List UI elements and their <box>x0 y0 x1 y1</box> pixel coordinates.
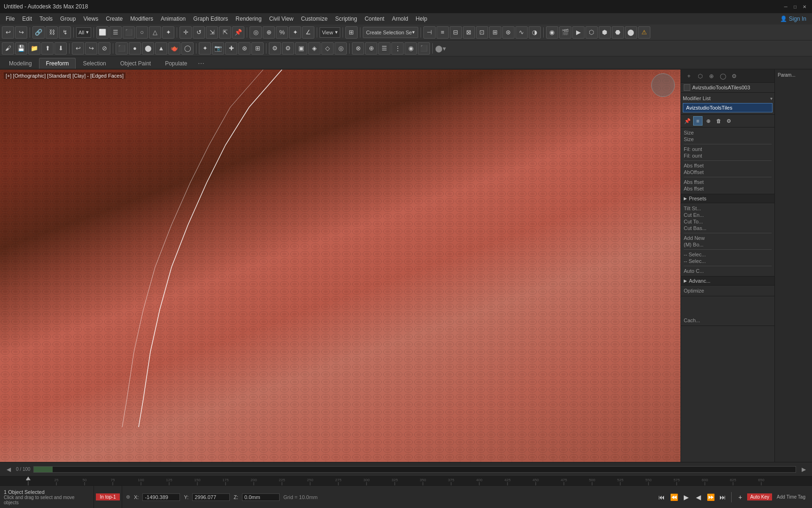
tb2-mat[interactable]: ◉ <box>405 42 417 55</box>
render4-button[interactable]: ⬣ <box>612 26 624 39</box>
x-coord-input[interactable] <box>142 493 180 501</box>
maximize-button[interactable]: □ <box>791 3 799 10</box>
helper-button[interactable]: ✚ <box>225 42 237 55</box>
play-reverse-button[interactable]: ◀ <box>693 492 703 502</box>
undo-button[interactable]: ↩ <box>2 26 14 39</box>
scale2-button[interactable]: ⇱ <box>219 26 231 39</box>
play-button[interactable]: ▶ <box>681 492 691 502</box>
named-selections-button[interactable]: ⊞ <box>345 26 358 39</box>
mod-tb-pin[interactable]: 📌 <box>683 116 692 126</box>
place-button[interactable]: 📌 <box>232 26 244 39</box>
align-button[interactable]: ≡ <box>437 26 449 39</box>
tb2-snap1[interactable]: ⊗ <box>352 42 364 55</box>
space-warp-button[interactable]: ⊛ <box>238 42 250 55</box>
go-end-button[interactable]: ⏭ <box>718 492 728 502</box>
menu-file[interactable]: File <box>2 15 18 23</box>
prev-frame-button[interactable]: ⏪ <box>669 492 679 502</box>
tab-selection[interactable]: Selection <box>76 58 113 69</box>
sign-in-button[interactable]: 👤 Sign In <box>776 15 810 23</box>
tb2-mod6[interactable]: ◎ <box>335 42 347 55</box>
viewport[interactable]: [+] [Orthographic] [Standard] [Clay] - [… <box>0 70 680 462</box>
light-button[interactable]: ✦ <box>199 42 211 55</box>
align2-button[interactable]: ⊟ <box>450 26 462 39</box>
panel-tab-motion[interactable]: ⊕ <box>706 71 717 81</box>
tb2-snap3[interactable]: ☰ <box>378 42 390 55</box>
render2-button[interactable]: ⬡ <box>586 26 598 39</box>
tb2-render[interactable]: ⬛ <box>418 42 430 55</box>
presets-section-header[interactable]: ▶ Presets <box>681 194 774 203</box>
tab-extra-button[interactable]: ⋯ <box>195 58 208 69</box>
camera-button[interactable]: 📷 <box>212 42 224 55</box>
export-button[interactable]: ⬇ <box>55 42 67 55</box>
mod-tb-config[interactable]: ⚙ <box>724 116 734 126</box>
link-button[interactable]: 🔗 <box>32 26 45 39</box>
view-dropdown[interactable]: View ▾ <box>320 27 340 38</box>
go-start-button[interactable]: ⏮ <box>656 492 667 502</box>
teapot-button[interactable]: 🫖 <box>168 42 180 55</box>
circle-selection-button[interactable]: ○ <box>136 26 148 39</box>
menu-scripting[interactable]: Scripting <box>331 15 361 23</box>
layer-button[interactable]: ⊞ <box>489 26 501 39</box>
paint-button[interactable]: 🖌 <box>2 42 14 55</box>
add-time-tag-button[interactable]: Add Time Tag <box>774 493 808 500</box>
menu-graph-editors[interactable]: Graph Editors <box>189 15 232 23</box>
mod-tb-remove[interactable]: 🗑 <box>714 116 723 126</box>
autokey-button[interactable]: Auto Key <box>747 493 772 500</box>
menu-arnold[interactable]: Arnold <box>388 15 412 23</box>
panel-tab-hierarchy[interactable]: ⬡ <box>695 71 705 81</box>
modifier-list-item[interactable]: AvizstudioToolsTiles <box>683 103 773 112</box>
panel-tab-plus[interactable]: + <box>684 71 694 81</box>
timeline-next-btn[interactable]: ▶ <box>799 465 808 474</box>
menu-create[interactable]: Create <box>102 15 126 23</box>
menu-rendering[interactable]: Rendering <box>232 15 265 23</box>
tb2-snap2[interactable]: ⊕ <box>365 42 377 55</box>
redo-button[interactable]: ↪ <box>15 26 27 39</box>
minimize-button[interactable]: ─ <box>782 3 789 10</box>
warning-icon-btn[interactable]: ⚠ <box>638 26 650 39</box>
viewport-nav-gizmo[interactable] <box>651 73 675 97</box>
cylinder-button[interactable]: ⬤ <box>142 42 154 55</box>
next-frame-button[interactable]: ⏩ <box>705 492 716 502</box>
systems-button[interactable]: ⊞ <box>251 42 264 55</box>
menu-edit[interactable]: Edit <box>18 15 36 23</box>
sphere-button[interactable]: ● <box>129 42 141 55</box>
schematic-button[interactable]: ⊛ <box>502 26 515 39</box>
timeline-prev-btn[interactable]: ◀ <box>4 465 13 474</box>
keyframe-area[interactable]: 0 25 50 75 100 125 150 175 200 225 250 2… <box>0 476 812 485</box>
box-button[interactable]: ⬛ <box>116 42 128 55</box>
add-frame-button[interactable]: + <box>735 492 745 502</box>
render-setup-button[interactable]: 🎬 <box>559 26 571 39</box>
percent-button[interactable]: % <box>276 26 288 39</box>
mod-tb-unique[interactable]: ⊕ <box>703 116 713 126</box>
bind-to-space-warp-button[interactable]: ↯ <box>59 26 71 39</box>
menu-views[interactable]: Views <box>79 15 102 23</box>
menu-customize[interactable]: Customize <box>297 15 332 23</box>
rect-selection-button[interactable]: ⬛ <box>123 26 135 39</box>
align3-button[interactable]: ⊠ <box>463 26 475 39</box>
tb2-redo[interactable]: ↪ <box>85 42 97 55</box>
rotate-button[interactable]: ↺ <box>193 26 205 39</box>
select-by-name-button[interactable]: ☰ <box>109 26 122 39</box>
close-button[interactable]: ✕ <box>801 3 808 10</box>
timeline-track[interactable] <box>33 466 796 473</box>
y-coord-input[interactable] <box>192 493 230 501</box>
ref2-button[interactable]: ⊕ <box>263 26 275 39</box>
fence-selection-button[interactable]: △ <box>149 26 161 39</box>
menu-help[interactable]: Help <box>412 15 431 23</box>
material-editor-button[interactable]: ◉ <box>546 26 558 39</box>
panel-tab-display[interactable]: ◯ <box>718 71 728 81</box>
open-button[interactable]: 📁 <box>28 42 40 55</box>
menu-civil-view[interactable]: Civil View <box>265 15 297 23</box>
mirror-button[interactable]: ⊣ <box>423 26 436 39</box>
menu-content[interactable]: Content <box>361 15 388 23</box>
advanced-section-header[interactable]: ▶ Advanc... <box>681 277 774 286</box>
tb2-b3[interactable]: ⊘ <box>98 42 110 55</box>
lasso-selection-button[interactable]: ✦ <box>162 26 174 39</box>
mod-tb-show[interactable]: ≡ <box>693 116 703 126</box>
align4-button[interactable]: ⊡ <box>476 26 488 39</box>
tb2-undo[interactable]: ↩ <box>72 42 84 55</box>
object-color-swatch[interactable] <box>684 84 690 91</box>
torus-button[interactable]: ◯ <box>181 42 194 55</box>
tb2-mod3[interactable]: ▣ <box>295 42 307 55</box>
menu-group[interactable]: Group <box>56 15 79 23</box>
